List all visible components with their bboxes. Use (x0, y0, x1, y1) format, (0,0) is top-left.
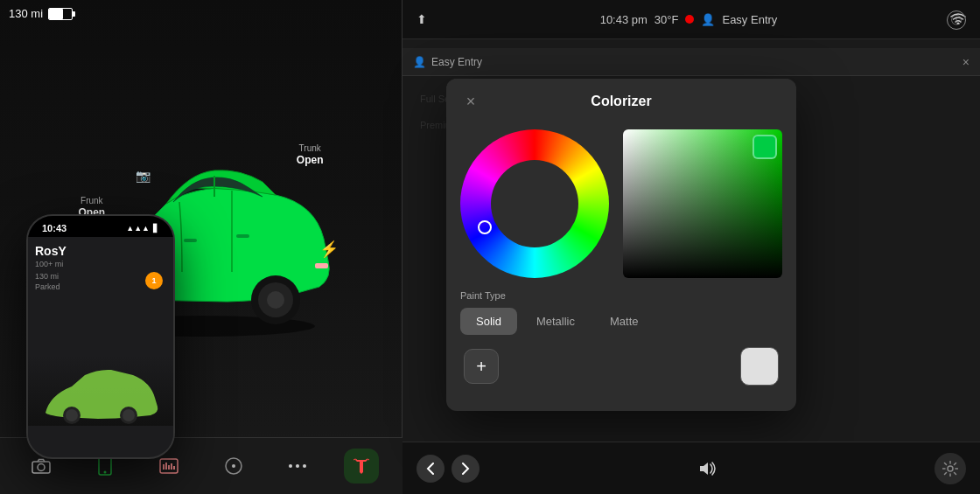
easy-entry-text: 👤 Easy Entry (413, 56, 482, 68)
status-left: ⬆ (416, 12, 427, 26)
status-center: 10:43 pm 30°F 👤 Easy Entry (600, 13, 778, 26)
svg-text:⚡: ⚡ (319, 240, 340, 259)
selected-color-swatch (752, 135, 777, 159)
phone-icon (98, 456, 112, 476)
easy-entry-label: Easy Entry (431, 56, 482, 68)
svg-point-16 (103, 471, 106, 474)
white-color-swatch[interactable] (740, 347, 779, 386)
right-panel: ⬆ 10:43 pm 30°F 👤 Easy Entry ⓘ 👤 (402, 0, 980, 494)
phone-app-name: RosY (35, 244, 166, 258)
saturation-picker[interactable] (623, 129, 782, 278)
phone-status-bar: 10:43 ▲▲▲ ▋ (28, 216, 173, 237)
forward-button[interactable] (452, 455, 480, 483)
svg-point-29 (66, 409, 78, 421)
dialog-title: Colorizer (481, 94, 761, 109)
phone-overlay: 10:43 ▲▲▲ ▋ RosY 100+ mi 130 mi Parked 1 (26, 214, 175, 459)
colorizer-dialog: × Colorizer (446, 79, 796, 411)
back-button[interactable] (416, 455, 444, 483)
phone-time: 10:43 (42, 223, 66, 233)
music-icon (159, 457, 178, 475)
svg-point-15 (38, 464, 45, 471)
taskbar-more[interactable] (280, 449, 315, 484)
wheel-selector (478, 220, 492, 234)
trunk-text-line2: Open (297, 154, 324, 168)
svg-point-27 (303, 464, 306, 468)
color-pickers-row (460, 129, 782, 278)
temp-text: 30°F (654, 13, 679, 26)
paint-btn-matte[interactable]: Matte (594, 308, 654, 335)
paint-btn-metallic[interactable]: Metallic (521, 308, 591, 335)
phone-mileage: 130 mi (35, 272, 59, 281)
svg-point-7 (267, 291, 284, 309)
svg-rect-10 (315, 263, 328, 268)
paint-type-label: Paint Type (460, 290, 782, 301)
notification-badge: 1 (145, 272, 163, 289)
dialog-bottom-row: + (460, 347, 782, 386)
paint-type-buttons: Solid Metallic Matte (460, 308, 782, 335)
back-arrow (426, 463, 435, 475)
color-wheel-container[interactable] (460, 129, 609, 278)
color-wheel[interactable] (460, 129, 609, 278)
info-button[interactable]: ⓘ (947, 10, 966, 30)
nav-arrows (416, 455, 480, 483)
taskbar-nav[interactable] (216, 449, 251, 484)
paint-btn-solid[interactable]: Solid (460, 308, 517, 335)
frunk-text-line1: Frunk (79, 195, 106, 206)
color-wheel-inner (491, 160, 578, 247)
trunk-text-line1: Trunk (297, 143, 324, 154)
nav-icon (225, 457, 242, 475)
person-icon-small: 👤 (413, 56, 426, 68)
volume-control[interactable] (696, 460, 718, 477)
battery-icon (48, 8, 73, 20)
upload-icon: ⬆ (416, 12, 427, 26)
phone-battery-icon: ▋ (153, 224, 159, 233)
svg-point-25 (289, 464, 292, 468)
person-icon: 👤 (701, 13, 715, 26)
svg-point-24 (232, 464, 235, 468)
phone-subtitle: 100+ mi (35, 260, 166, 268)
dialog-body: Paint Type Solid Metallic Matte + (446, 121, 796, 400)
gear-icon (942, 461, 958, 477)
easy-entry-close[interactable]: × (962, 55, 970, 69)
phone-content: RosY 100+ mi 130 mi Parked 1 (28, 237, 173, 452)
paint-type-section: Paint Type Solid Metallic Matte (460, 290, 782, 335)
status-bar-right: ⬆ 10:43 pm 30°F 👤 Easy Entry ⓘ (402, 0, 980, 39)
mileage-text: 130 mi (9, 7, 43, 20)
camera-icon (32, 458, 51, 474)
svg-rect-11 (184, 239, 197, 242)
right-bottom-icons (934, 453, 966, 484)
forward-arrow (461, 463, 470, 475)
phone-status-icons: ▲▲▲ ▋ (126, 224, 159, 233)
svg-point-26 (296, 464, 299, 468)
dialog-header: × Colorizer (446, 79, 796, 121)
right-bottom-bar (402, 442, 980, 494)
phone-signal-icon: ▲▲▲ (126, 224, 150, 233)
easy-entry-banner: 👤 Easy Entry × (402, 48, 980, 76)
more-icon (289, 463, 306, 469)
dialog-close-button[interactable]: × (460, 91, 481, 112)
taskbar-tesla[interactable] (344, 449, 379, 484)
left-panel: 130 mi (0, 0, 402, 494)
phone-car-thumbnail (28, 356, 173, 426)
add-color-button[interactable]: + (464, 349, 499, 384)
svg-point-31 (122, 409, 135, 421)
phone-car-svg (28, 356, 168, 426)
mode-text: Easy Entry (722, 13, 777, 26)
svg-point-33 (948, 466, 953, 471)
trunk-label[interactable]: Trunk Open (297, 143, 324, 168)
camera-icon[interactable]: 📷 (136, 169, 153, 183)
recording-dot (685, 15, 694, 24)
tesla-icon (352, 456, 371, 476)
settings-button[interactable] (934, 453, 966, 484)
svg-rect-12 (236, 234, 249, 238)
volume-icon (696, 460, 718, 477)
time-text: 10:43 pm (600, 13, 648, 26)
status-bar-left: 130 mi (9, 7, 393, 20)
battery-fill (49, 9, 63, 19)
notif-count: 1 (151, 276, 156, 285)
